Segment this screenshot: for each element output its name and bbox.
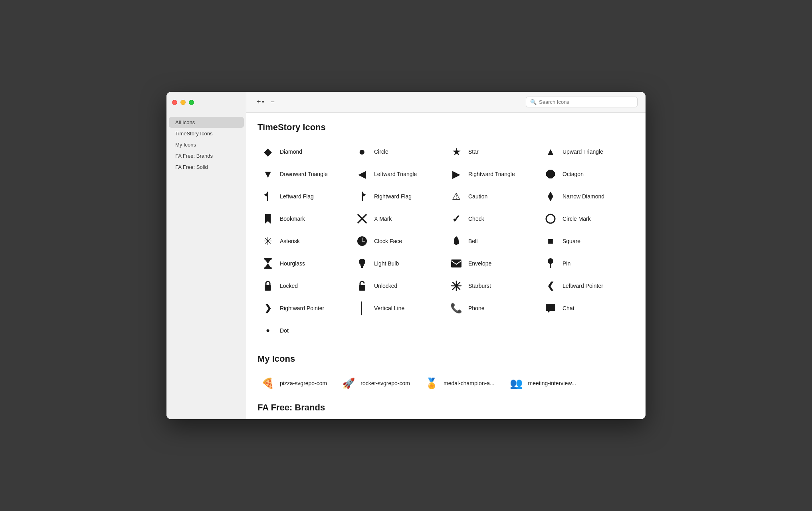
icon-caution[interactable]: ⚠ Caution [446,185,540,208]
icon-bell[interactable]: Bell [446,230,540,252]
icon-medal[interactable]: 🏅 medal-champion-a... [421,372,498,394]
sidebar-item-fa-solid[interactable]: FA Free: Solid [169,162,244,172]
icon-rightward-pointer[interactable]: ❯ Rightward Pointer [257,297,352,319]
timestory-section-title: TimeStory Icons [257,122,634,133]
timestory-icons-grid: ◆ Diamond ● Circle ★ Star ▲ [257,141,634,342]
my-icons-title: My Icons [257,354,634,364]
search-input[interactable] [539,99,633,105]
icon-leftward-pointer[interactable]: ❮ Leftward Pointer [540,275,634,297]
svg-rect-19 [550,263,551,268]
svg-rect-13 [264,258,272,259]
sidebar-item-my-icons[interactable]: My Icons [169,139,244,150]
icon-light-bulb[interactable]: Light Bulb [352,252,446,275]
sidebar: All Icons TimeStory Icons My Icons FA Fr… [166,113,246,419]
icon-pin[interactable]: Pin [540,252,634,275]
svg-rect-20 [265,285,271,291]
icon-square[interactable]: ■ Square [540,230,634,252]
icon-vertical-line[interactable]: │ Vertical Line [352,297,446,319]
svg-rect-21 [359,285,365,291]
svg-marker-4 [362,192,366,197]
remove-button[interactable]: − [268,96,277,108]
icon-x-mark[interactable]: X Mark [352,208,446,230]
icon-leftward-triangle[interactable]: ◀ Leftward Triangle [352,163,446,185]
icon-downward-triangle[interactable]: ▼ Downward Triangle [257,163,352,185]
svg-rect-17 [451,259,461,267]
svg-marker-2 [264,192,268,197]
close-button[interactable] [172,100,177,105]
icon-leftward-flag[interactable]: Leftward Flag [257,185,352,208]
svg-rect-14 [264,267,272,269]
icon-envelope[interactable]: Envelope [446,252,540,275]
svg-marker-0 [546,170,555,178]
icon-phone[interactable]: 📞 Phone [446,297,540,319]
minimize-button[interactable] [180,100,186,105]
icon-asterisk[interactable]: ✳ Asterisk [257,230,352,252]
icon-diamond[interactable]: ◆ Diamond [257,141,352,163]
icon-octagon[interactable]: Octagon [540,163,634,185]
icon-clock-face[interactable]: Clock Face [352,230,446,252]
icon-rocket[interactable]: 🚀 rocket-svgrepo-com [338,372,413,394]
icon-rightward-triangle[interactable]: ▶ Rightward Triangle [446,163,540,185]
icon-pizza[interactable]: 🍕 pizza-svgrepo-com [257,372,330,394]
traffic-lights [172,100,194,105]
search-box: 🔍 [526,97,638,107]
fa-brands-section: FA Free: Brands [257,402,634,413]
my-icons-grid: 🍕 pizza-svgrepo-com 🚀 rocket-svgrepo-com… [257,372,634,394]
timestory-section: TimeStory Icons ◆ Diamond ● Circle ★ [257,122,634,342]
toolbar: + ▾ − 🔍 [246,92,646,113]
icon-upward-triangle[interactable]: ▲ Upward Triangle [540,141,634,163]
svg-point-15 [359,259,365,265]
titlebar [166,92,246,113]
icon-check[interactable]: ✓ Check [446,208,540,230]
app-window: All Icons TimeStory Icons My Icons FA Fr… [166,92,646,419]
icon-rightward-flag[interactable]: Rightward Flag [352,185,446,208]
sidebar-item-timestory[interactable]: TimeStory Icons [169,128,244,139]
icon-bookmark[interactable]: Bookmark [257,208,352,230]
icon-meeting[interactable]: 👥 meeting-interview... [506,372,580,394]
search-icon: 🔍 [530,99,537,105]
icon-starburst[interactable]: Starburst [446,275,540,297]
icon-unlocked[interactable]: Unlocked [352,275,446,297]
icon-circle-mark[interactable]: Circle Mark [540,208,634,230]
svg-point-18 [548,258,553,264]
svg-rect-16 [361,267,363,268]
svg-marker-5 [548,192,553,201]
sidebar-item-fa-brands[interactable]: FA Free: Brands [169,151,244,161]
icon-star[interactable]: ★ Star [446,141,540,163]
my-icons-section: My Icons 🍕 pizza-svgrepo-com 🚀 rocket-sv… [257,354,634,394]
fa-brands-title: FA Free: Brands [257,402,634,413]
icon-narrow-diamond[interactable]: Narrow Diamond [540,185,634,208]
icon-circle[interactable]: ● Circle [352,141,446,163]
add-button[interactable]: + ▾ [254,96,267,108]
svg-point-8 [546,214,555,223]
content-area: TimeStory Icons ◆ Diamond ● Circle ★ [246,113,646,419]
icon-chat[interactable]: Chat [540,297,634,319]
icon-locked[interactable]: Locked [257,275,352,297]
sidebar-item-all-icons[interactable]: All Icons [169,117,244,128]
svg-marker-12 [264,259,271,268]
icon-hourglass[interactable]: Hourglass [257,252,352,275]
icon-dot[interactable]: • Dot [257,319,352,342]
maximize-button[interactable] [189,100,194,105]
